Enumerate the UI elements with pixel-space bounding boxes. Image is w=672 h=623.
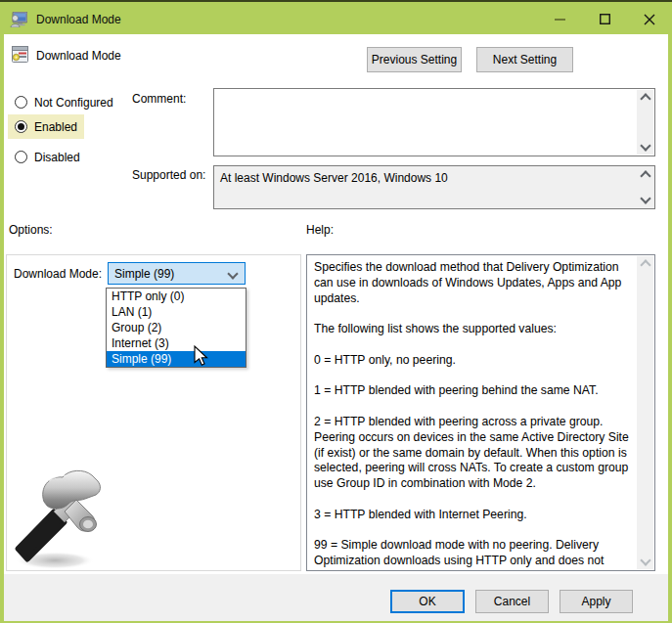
radio-option-disabled[interactable]: Disabled <box>8 145 87 169</box>
scroll-down-icon[interactable] <box>640 193 650 203</box>
radio-option-enabled[interactable]: Enabled <box>8 114 84 139</box>
comment-textarea[interactable] <box>213 88 655 156</box>
dropdown-item-simple-99[interactable]: Simple (99) <box>107 351 246 367</box>
scroll-up-icon[interactable] <box>640 170 650 181</box>
titlebar: Download Mode <box>0 4 672 34</box>
radio-option-not-configured[interactable]: Not Configured <box>8 90 120 114</box>
window-title: Download Mode <box>36 13 121 26</box>
help-paragraph: 99 = Simple download mode with no peerin… <box>314 538 634 569</box>
dialog-content: Download Mode Previous Setting Next Sett… <box>4 34 668 621</box>
download-mode-dropdown-list: HTTP only (0)LAN (1)Group (2)Internet (3… <box>106 288 246 368</box>
supported-scrollbar[interactable] <box>637 167 653 207</box>
minimize-button[interactable] <box>537 4 582 34</box>
maximize-icon <box>600 14 610 24</box>
comment-scrollbar[interactable] <box>637 90 653 155</box>
scroll-up-icon[interactable] <box>640 259 650 270</box>
download-mode-combobox[interactable]: Simple (99) <box>108 262 246 285</box>
help-panel: Specifies the download method that Deliv… <box>306 254 655 571</box>
policy-setting-dialog: Download Mode Download Mode Previous Set… <box>0 0 672 623</box>
radio-label: Not Configured <box>34 96 113 110</box>
radio-label: Disabled <box>34 151 80 164</box>
options-section-label: Options: <box>9 223 53 237</box>
caption-buttons <box>537 4 672 34</box>
radio-button-icon[interactable] <box>15 96 27 109</box>
help-text: Specifies the download method that Deliv… <box>308 256 636 569</box>
help-paragraph: 0 = HTTP only, no peering. <box>314 353 634 369</box>
apply-button[interactable]: Apply <box>560 590 633 613</box>
cancel-button[interactable]: Cancel <box>475 590 549 613</box>
group-policy-icon <box>10 12 27 27</box>
help-paragraph: 2 = HTTP blended with peering across a p… <box>314 415 634 492</box>
combobox-value: Simple (99) <box>114 267 174 281</box>
hammer-watermark-image <box>12 463 113 572</box>
policy-item-icon <box>12 46 28 63</box>
radio-label: Enabled <box>34 120 77 134</box>
comment-label: Comment: <box>132 92 186 106</box>
help-paragraph: The following list shows the supported v… <box>314 322 634 337</box>
help-paragraph: 1 = HTTP blended with peering behind the… <box>314 383 634 399</box>
help-section-label: Help: <box>306 223 334 237</box>
help-paragraph: 3 = HTTP blended with Internet Peering. <box>314 508 634 523</box>
minimize-icon <box>555 19 565 21</box>
chevron-down-icon <box>227 268 238 279</box>
scroll-down-icon[interactable] <box>640 140 650 151</box>
dropdown-item-internet-3[interactable]: Internet (3) <box>107 335 246 351</box>
previous-setting-button[interactable]: Previous Setting <box>367 47 462 72</box>
supported-on-label: Supported on: <box>132 168 205 182</box>
close-icon <box>644 14 655 25</box>
help-scrollbar[interactable] <box>637 256 653 569</box>
radio-button-icon[interactable] <box>15 120 27 133</box>
supported-on-value: At least Windows Server 2016, Windows 10 <box>220 171 633 185</box>
help-paragraph: Specifies the download method that Deliv… <box>314 260 634 306</box>
mouse-cursor <box>194 345 209 367</box>
supported-on-box: At least Windows Server 2016, Windows 10 <box>213 165 655 209</box>
dropdown-item-group-2[interactable]: Group (2) <box>107 320 246 335</box>
dropdown-item-lan-1[interactable]: LAN (1) <box>107 304 246 320</box>
ok-button[interactable]: OK <box>390 590 465 613</box>
scroll-down-icon[interactable] <box>640 555 650 565</box>
dropdown-item-http-only-0[interactable]: HTTP only (0) <box>107 289 246 304</box>
radio-button-icon[interactable] <box>15 151 27 163</box>
close-button[interactable] <box>627 4 672 34</box>
next-setting-button[interactable]: Next Setting <box>476 47 573 72</box>
policy-name: Download Mode <box>36 49 121 63</box>
download-mode-field-label: Download Mode: <box>14 267 102 281</box>
maximize-button[interactable] <box>582 4 627 34</box>
scroll-up-icon[interactable] <box>640 93 650 104</box>
